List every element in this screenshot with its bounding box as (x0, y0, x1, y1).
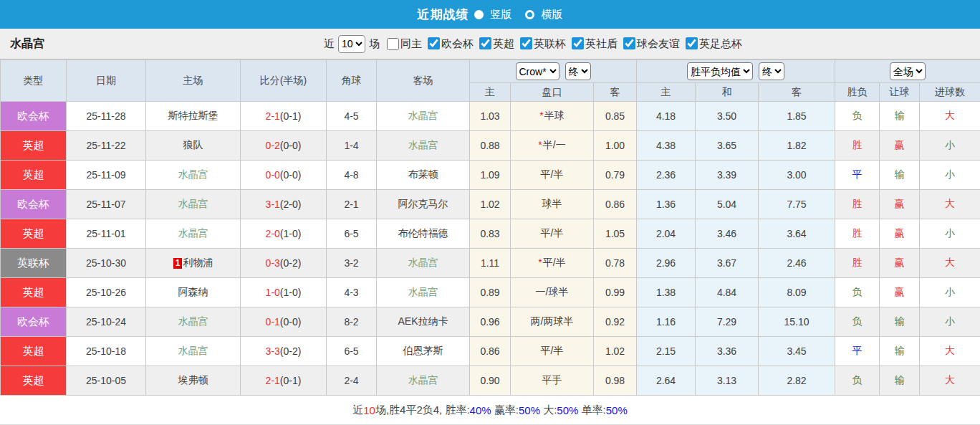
result-cell: 平 (835, 337, 880, 366)
league-checkbox[interactable] (520, 37, 532, 49)
same-host-checkbox[interactable] (387, 38, 399, 50)
league-checkbox[interactable] (686, 37, 698, 49)
rank-badge: 1 (173, 258, 183, 269)
avg-draw-cell: 3.13 (696, 366, 759, 396)
subcol-goals: 进球数 (920, 83, 980, 102)
odds-away-cell: 0.99 (594, 278, 637, 307)
table-row: 英超25-11-22狼队0-2(0-0)1-4水晶宫0.88*半/一1.004.… (1, 131, 980, 161)
away-team-cell[interactable]: 伯恩茅斯 (377, 337, 470, 366)
home-team-cell[interactable]: 水晶宫 (146, 307, 241, 337)
goals-cell: 小 (920, 219, 980, 249)
away-team-cell[interactable]: 水晶宫 (377, 249, 470, 278)
handicap-cell: 一/球半 (511, 278, 594, 307)
league-checkbox-label: 欧会杯 (441, 37, 474, 49)
col-header-type: 类型 (1, 60, 67, 102)
avg-draw-cell: 3.46 (696, 219, 759, 249)
home-team-cell[interactable]: 斯特拉斯堡 (146, 102, 241, 131)
avg-home-cell: 2.04 (637, 219, 696, 249)
home-team-cell[interactable]: 水晶宫 (146, 190, 241, 219)
away-team-cell[interactable]: 水晶宫 (377, 131, 470, 161)
league-badge-cell: 欧会杯 (1, 190, 67, 219)
subcol-odds-home: 主 (470, 83, 511, 102)
away-team-cell[interactable]: 布伦特福德 (377, 219, 470, 249)
league-checkbox[interactable] (428, 37, 440, 49)
bookmaker-select[interactable]: Crow* (516, 62, 559, 80)
result-cell: 胜 (835, 249, 880, 278)
scope-select-group: 全场 (835, 60, 980, 83)
league-badge-cell: 英超 (1, 131, 67, 161)
filter-bar: 水晶宫 近 10 场 同主 欧会杯英超英联杯英社盾球会友谊英足总杯 (0, 29, 980, 59)
league-filters: 欧会杯英超英联杯英社盾球会友谊英足总杯 (422, 37, 742, 51)
average-select[interactable]: 胜平负均值 (687, 62, 753, 80)
avg-away-cell: 2.82 (759, 366, 835, 396)
subcol-avg-home: 主 (637, 83, 696, 102)
avg-away-cell: 3.64 (759, 219, 835, 249)
home-team-cell[interactable]: 水晶宫 (146, 161, 241, 190)
handicap-result-cell: 输 (880, 337, 920, 366)
away-team-cell[interactable]: 水晶宫 (377, 278, 470, 307)
bookmaker-period-select[interactable]: 终 (565, 62, 591, 80)
header-row-top: 类型 日期 主场 比分(半场) 角球 客场 Crow*终 胜平负均值终 全场 (1, 60, 980, 83)
score-cell: 3-1(2-0) (241, 190, 327, 219)
score-cell: 2-0(1-0) (241, 219, 327, 249)
radio-vertical-selected-icon[interactable] (474, 10, 484, 19)
league-checkbox[interactable] (572, 37, 584, 49)
date-cell: 25-11-07 (67, 190, 146, 219)
odds-away-cell: 0.78 (594, 249, 637, 278)
league-checkbox[interactable] (479, 37, 491, 49)
corner-cell: 2-4 (327, 366, 377, 396)
home-team-cell[interactable]: 水晶宫 (146, 337, 241, 366)
result-cell: 负 (835, 366, 880, 396)
handicap-result-cell: 输 (880, 161, 920, 190)
away-team-cell[interactable]: 水晶宫 (377, 366, 470, 396)
away-team-cell[interactable]: 布莱顿 (377, 161, 470, 190)
date-cell: 25-11-01 (67, 219, 146, 249)
scope-select[interactable]: 全场 (890, 62, 926, 80)
summary-segment: 50% (557, 404, 578, 416)
away-team-cell[interactable]: AEK拉纳卡 (377, 307, 470, 337)
result-cell: 负 (835, 278, 880, 307)
away-team-cell[interactable]: 水晶宫 (377, 102, 470, 131)
date-cell: 25-10-24 (67, 307, 146, 337)
average-period-select[interactable]: 终 (759, 62, 784, 80)
score-cell: 0-1(0-0) (241, 307, 327, 337)
score-cell: 2-1(0-1) (241, 366, 327, 396)
home-team-cell[interactable]: 水晶宫 (146, 219, 241, 249)
subcol-result: 胜负 (835, 83, 880, 102)
date-cell: 25-11-09 (67, 161, 146, 190)
odds-home-cell: 1.11 (470, 249, 511, 278)
avg-away-cell: 2.46 (759, 249, 835, 278)
col-header-away: 客场 (377, 60, 470, 102)
radio-horizontal-icon[interactable] (525, 10, 534, 19)
result-cell: 负 (835, 307, 880, 337)
league-checkbox[interactable] (623, 37, 635, 49)
handicap-result-cell: 赢 (880, 190, 920, 219)
home-team-cell[interactable]: 1利物浦 (146, 249, 241, 278)
home-team-cell[interactable]: 阿森纳 (146, 278, 241, 307)
results-body: 欧会杯25-11-28斯特拉斯堡2-1(0-1)4-5水晶宫1.03*半球0.8… (1, 102, 980, 396)
avg-home-cell: 2.96 (637, 249, 696, 278)
view-mode-vertical[interactable]: 竖版 (491, 8, 512, 22)
goals-cell: 小 (920, 278, 980, 307)
avg-away-cell: 15.10 (759, 307, 835, 337)
avg-draw-cell: 3.36 (696, 337, 759, 366)
col-header-home: 主场 (146, 60, 241, 102)
home-team-cell[interactable]: 埃弗顿 (146, 366, 241, 396)
handicap-cell: *半/一 (511, 131, 594, 161)
subcol-handicap-result: 让球 (880, 83, 920, 102)
avg-draw-cell: 7.29 (696, 307, 759, 337)
away-team-cell[interactable]: 阿尔克马尔 (377, 190, 470, 219)
table-row: 英超25-11-01水晶宫2-0(1-0)6-5布伦特福德0.83平/半1.05… (1, 219, 980, 249)
odds-home-cell: 1.09 (470, 161, 511, 190)
view-mode-horizontal[interactable]: 横版 (542, 8, 563, 22)
team-name: 水晶宫 (10, 37, 44, 52)
league-badge-cell: 英超 (1, 366, 67, 396)
handicap-cell: 平/半 (511, 161, 594, 190)
odds-home-cell: 0.96 (470, 307, 511, 337)
recent-count-select[interactable]: 10 (338, 35, 365, 53)
home-team-cell[interactable]: 狼队 (146, 131, 241, 161)
corner-cell: 4-3 (327, 278, 377, 307)
col-header-date: 日期 (67, 60, 146, 102)
result-cell: 胜 (835, 219, 880, 249)
table-row: 英联杯25-10-301利物浦0-3(0-2)3-2水晶宫1.11*平/半0.7… (1, 249, 980, 278)
